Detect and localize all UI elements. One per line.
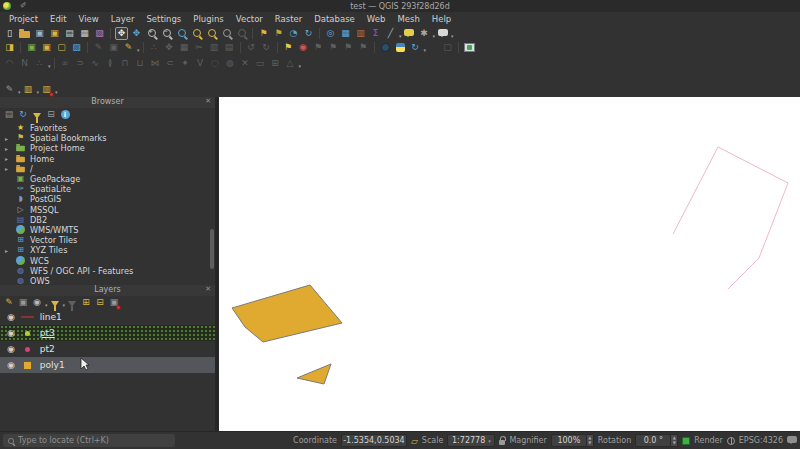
collapse-all-browser-icon[interactable]: ⊟ (45, 109, 57, 121)
expand-arrow-icon[interactable]: ▸ (5, 155, 8, 162)
browser-item-wfs-ogc-api-features[interactable]: ◍WFS / OGC API - Features (0, 266, 215, 276)
menu-plugins[interactable]: Plugins (187, 14, 229, 24)
refresh-browser-icon[interactable]: ↻ (17, 109, 29, 121)
statistical-summary-icon[interactable]: ▥ (354, 27, 367, 40)
save-project-as-icon[interactable]: ▣ (48, 27, 61, 40)
text-annotation-icon[interactable] (436, 27, 449, 40)
visibility-eye-icon[interactable]: ◉ (7, 313, 15, 322)
menu-raster[interactable]: Raster (269, 14, 308, 24)
browser-item-spatialite[interactable]: ✑SpatiaLite (0, 184, 215, 194)
new-print-layout-icon[interactable]: ▤ (63, 27, 76, 40)
temporal-controller-icon[interactable]: ◔ (287, 27, 300, 40)
crs-label[interactable]: EPSG:4326 (739, 436, 783, 445)
dropdown-arrow-icon[interactable]: ▾ (399, 32, 402, 40)
visibility-eye-icon[interactable]: ◉ (7, 345, 15, 354)
browser-item-wcs[interactable]: WCS (0, 255, 215, 265)
dropdown-arrow-icon[interactable]: ▾ (137, 46, 140, 54)
select-features-by-form-icon[interactable]: ✎ (3, 83, 16, 96)
magnifier-spinbox[interactable]: 100% (551, 434, 587, 447)
rotation-spinbox[interactable]: 0.0 ° (635, 434, 671, 447)
browser-item-project-home[interactable]: ▸Project Home (0, 143, 215, 153)
pan-map-icon[interactable]: ✥ (115, 27, 128, 40)
dropdown-arrow-icon[interactable]: ▾ (63, 301, 66, 309)
dropdown-arrow-icon[interactable]: ▾ (299, 62, 302, 70)
new-virtual-layer-icon[interactable]: ▨ (70, 41, 83, 54)
browser-item-spatial-bookmarks[interactable]: ▸⚑Spatial Bookmarks (0, 133, 215, 143)
layer-row-poly1[interactable]: ◉poly1 (0, 357, 215, 373)
map-theme-plugin-icon[interactable] (463, 41, 476, 54)
style-manager-icon[interactable]: ▧ (93, 27, 106, 40)
data-source-manager-icon[interactable]: ◨ (3, 41, 16, 54)
extent-icon[interactable]: ▱ (411, 436, 418, 446)
dropdown-arrow-icon[interactable]: ▾ (433, 32, 436, 40)
browser-close-icon[interactable]: ✕ (205, 98, 211, 105)
coordinate-input[interactable]: -1.5354,0.5034 (341, 434, 407, 447)
dropdown-arrow-icon[interactable]: ▾ (424, 46, 427, 54)
browser-item-home[interactable]: ▸Home (0, 154, 215, 164)
add-selected-layers-icon[interactable]: ▤ (3, 109, 15, 121)
menu-web[interactable]: Web (361, 14, 392, 24)
pan-to-selection-icon[interactable]: ✥ (130, 27, 143, 40)
show-sum-of-selected-icon[interactable]: Σ (369, 27, 382, 40)
expand-all-layers-icon[interactable]: ⊞ (80, 297, 92, 309)
show-spatial-bookmarks-icon[interactable]: ⚑ (272, 27, 285, 40)
zoom-full-icon[interactable] (175, 27, 188, 40)
layout-manager-icon[interactable]: ▦ (78, 27, 91, 40)
rotation-spin-arrows[interactable]: ▲▼ (671, 434, 678, 447)
lock-scale-icon[interactable] (499, 440, 505, 445)
browser-properties-icon[interactable]: i (59, 109, 71, 121)
dropdown-arrow-icon[interactable]: ▾ (45, 301, 48, 309)
new-geopackage-layer-icon[interactable]: ▣ (25, 41, 38, 54)
refresh-map-icon[interactable]: ↻ (302, 27, 315, 40)
current-edits-icon[interactable]: ✎ (122, 41, 135, 54)
menu-edit[interactable]: Edit (44, 14, 72, 24)
delete-selected-features-icon[interactable]: ▥ (40, 83, 53, 96)
menu-view[interactable]: View (73, 14, 105, 24)
layer-labeling-options-icon[interactable]: ⚑ (282, 41, 295, 54)
browser-item-favorites[interactable]: ★Favorites (0, 123, 215, 133)
messages-icon[interactable] (787, 436, 797, 443)
add-group-icon[interactable]: ▣ (17, 297, 29, 309)
expand-arrow-icon[interactable]: ▸ (5, 135, 8, 142)
new-spatial-bookmark-icon[interactable]: ⚑ (257, 27, 270, 40)
collapse-all-layers-icon[interactable]: ⊟ (94, 297, 106, 309)
copy-features-style-icon[interactable]: ▥ (22, 83, 35, 96)
visibility-eye-icon[interactable]: ◉ (7, 361, 15, 370)
annotations-toolbar-icon[interactable]: ✱ (418, 27, 431, 40)
new-temporary-scratch-layer-icon[interactable]: ▢ (55, 41, 68, 54)
menu-layer[interactable]: Layer (105, 14, 141, 24)
browser-item-mssql[interactable]: ▷MSSQL (0, 205, 215, 215)
browser-item-ows[interactable]: ◍OWS (0, 276, 215, 285)
browser-item-postgis[interactable]: ◗PostGIS (0, 194, 215, 204)
zoom-to-layer-icon[interactable] (205, 27, 218, 40)
menu-settings[interactable]: Settings (140, 14, 187, 24)
new-shapefile-layer-icon[interactable]: ▣ (40, 41, 53, 54)
browser-item-vector-tiles[interactable]: ⊞Vector Tiles (0, 235, 215, 245)
scale-combobox[interactable]: 1:72778 ▾ (447, 434, 495, 447)
open-attribute-table-icon[interactable]: ▦ (339, 27, 352, 40)
manage-map-themes-icon[interactable]: ◉ (31, 297, 43, 309)
layer-row-pt3[interactable]: ◉pt3 (0, 325, 215, 341)
browser-item-[interactable]: ▸/ (0, 164, 215, 174)
crs-globe-icon[interactable] (727, 437, 735, 445)
menu-vector[interactable]: Vector (230, 14, 269, 24)
metasearch-icon[interactable] (379, 41, 392, 54)
dropdown-arrow-icon[interactable]: ▾ (55, 88, 58, 96)
menu-database[interactable]: Database (308, 14, 361, 24)
open-layer-styling-panel-icon[interactable]: ✎ (3, 297, 15, 309)
dropdown-arrow-icon[interactable]: ▾ (451, 32, 454, 40)
locate-search-input[interactable]: Type to locate (Ctrl+K) (3, 434, 175, 447)
browser-item-geopackage[interactable]: ▣GeoPackage (0, 174, 215, 184)
layer-row-line1[interactable]: ◉line1 (0, 309, 215, 325)
expand-arrow-icon[interactable]: ▸ (5, 145, 8, 152)
menu-project[interactable]: Project (3, 14, 44, 24)
filter-browser-icon[interactable] (31, 109, 43, 121)
identify-features-icon[interactable]: ◎ (324, 27, 337, 40)
remove-layer-icon[interactable]: ▣ (108, 297, 120, 309)
expand-arrow-icon[interactable]: ▸ (5, 247, 8, 254)
browser-item-db2[interactable]: ▤DB2 (0, 215, 215, 225)
save-project-icon[interactable]: ▣ (33, 27, 46, 40)
dropdown-arrow-icon[interactable]: ▾ (37, 88, 40, 96)
open-project-icon[interactable] (18, 27, 31, 40)
new-project-icon[interactable]: ▯ (3, 27, 16, 40)
